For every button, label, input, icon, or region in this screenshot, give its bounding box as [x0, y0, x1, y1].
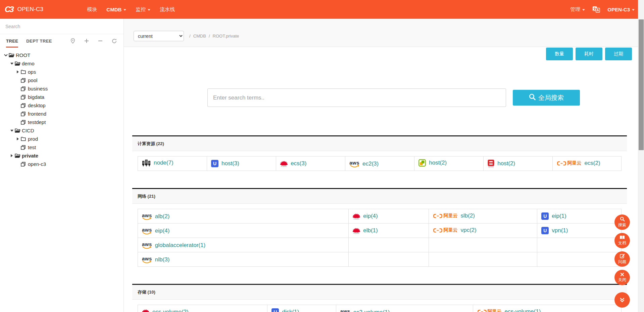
resource-label: host(2)	[429, 160, 447, 166]
resource-table: awsalb(2)HUAWEIeip(4)阿里云slb(2)Ueip(1)aws…	[138, 209, 622, 267]
card-body: node(7)Uhost(3)HUAWEIecs(3)awsec2(3)host…	[132, 151, 627, 180]
sidebar-search-input[interactable]	[0, 19, 123, 34]
tree-node-bigdata[interactable]: bigdata	[0, 93, 123, 101]
aws-icon: aws	[142, 227, 152, 235]
refresh-icon[interactable]	[112, 39, 117, 44]
tree-node-demo[interactable]: demo	[0, 59, 123, 68]
tab-dept-tree[interactable]: DEPT TREE	[26, 34, 52, 48]
tree-node-cicd[interactable]: CICD	[0, 126, 123, 135]
pages-icon	[21, 95, 27, 100]
chevron-down-icon[interactable]	[3, 54, 9, 57]
tree-node-prod[interactable]: prod	[0, 135, 123, 143]
nav-item-modules[interactable]: 模块	[87, 6, 97, 13]
toolbar-button-count[interactable]: 数量	[546, 48, 573, 60]
resource-card: 存储 (10)HUAWEIecs-volume(2)Udisk(1)awsec2…	[132, 284, 627, 312]
tree-node-desktop[interactable]: desktop	[0, 101, 123, 110]
fab-collapse[interactable]	[614, 292, 630, 308]
resource-link[interactable]: awsnlb(3)	[142, 256, 169, 263]
tree-node-testdept[interactable]: testdept	[0, 118, 123, 126]
tri-right-icon[interactable]	[15, 70, 21, 73]
resource-link[interactable]: awseip(4)	[142, 227, 169, 235]
locate-icon[interactable]	[70, 38, 75, 44]
plus-icon[interactable]	[84, 39, 89, 43]
minus-icon[interactable]	[98, 39, 103, 43]
nav-item-pipeline[interactable]: 流水线	[160, 6, 175, 13]
resource-cell: awsec2(3)	[345, 157, 414, 171]
resource-link[interactable]: 阿里云ecs(2)	[557, 160, 600, 167]
resource-link[interactable]: awsec2(3)	[349, 160, 379, 168]
resource-link[interactable]: Udisk(1)	[271, 308, 299, 312]
breadcrumb: / CMDB / ROOT.private	[189, 34, 239, 39]
translate-icon[interactable]: 文A	[592, 6, 600, 13]
fab-close[interactable]: 关闭	[614, 270, 630, 285]
resource-link[interactable]: openstackhost(2)	[488, 160, 515, 168]
header-band: current / CMDB / ROOT.private	[123, 19, 638, 47]
huawei-icon: HUAWEI	[142, 309, 149, 312]
aws-icon: aws	[349, 160, 359, 168]
resource-link[interactable]: 阿里云vpc(2)	[433, 227, 476, 234]
nav-item-monitor[interactable]: 监控	[136, 6, 150, 13]
tree-node-ops[interactable]: ops	[0, 68, 123, 76]
resource-link[interactable]: 阿里云slb(2)	[433, 212, 475, 219]
tree-node-root[interactable]: ROOT	[0, 51, 123, 59]
resource-cell: Uvpn(1)	[537, 224, 622, 238]
tree-node-business[interactable]: business	[0, 84, 123, 93]
tri-right-icon[interactable]	[15, 137, 21, 140]
version-select[interactable]: current	[134, 31, 184, 41]
resource-link[interactable]: awsglobalaccelerator(1)	[142, 242, 205, 249]
tree-node-frontend[interactable]: frontend	[0, 110, 123, 118]
card-body: HUAWEIecs-volume(2)Udisk(1)awsec2-volume…	[132, 300, 627, 312]
pages-icon	[21, 162, 27, 167]
tree-node-pool[interactable]: pool	[0, 76, 123, 84]
nav-item-label: 模块	[87, 6, 97, 13]
resource-link[interactable]: node(7)	[142, 159, 174, 167]
top-navbar: C3 OPEN-C3 模块CMDB监控流水线 管理 文A OPEN-C3	[0, 0, 644, 19]
empty-cell	[349, 238, 429, 252]
fab-search[interactable]: 搜索	[614, 214, 630, 230]
tree-node-label: frontend	[28, 111, 46, 117]
resource-link[interactable]: HUAWEIecs-volume(2)	[142, 309, 189, 312]
nav-item-account[interactable]: OPEN-C3	[607, 7, 635, 12]
tree-node-open-c3[interactable]: open-c3	[0, 160, 123, 168]
scrollbar-thumb[interactable]	[639, 19, 644, 150]
resource-cell: HUAWEIecs(3)	[276, 157, 345, 171]
open-c3-logo-icon: C3	[5, 5, 14, 14]
resource-cell: 阿里云slb(2)	[429, 209, 537, 224]
aws-icon: aws	[142, 256, 152, 263]
resource-link[interactable]: awsec2-volume(1)	[340, 309, 390, 312]
resource-cards: 计算资源 (22)node(7)Uhost(3)HUAWEIecs(3)awse…	[123, 135, 638, 312]
toolbar-button-cost[interactable]: 耗时	[576, 48, 602, 60]
resource-link[interactable]: Uhost(3)	[211, 160, 239, 167]
breadcrumb-separator: /	[189, 34, 191, 39]
folder-open-icon	[15, 153, 21, 158]
resource-link[interactable]: Uvpn(1)	[541, 227, 568, 234]
page-scrollbar[interactable]	[638, 0, 644, 312]
breadcrumb-cmdb[interactable]: CMDB	[193, 34, 206, 39]
resource-link[interactable]: HUAWEIelb(1)	[353, 227, 378, 234]
tri-right-icon[interactable]	[9, 154, 15, 157]
tree-node-test[interactable]: test	[0, 143, 123, 151]
tree-node-private[interactable]: private	[0, 151, 123, 160]
global-search-input[interactable]	[207, 88, 506, 107]
resource-link[interactable]: 阿里云ecs-volume(1)	[477, 308, 541, 312]
tri-down-icon[interactable]	[9, 63, 15, 65]
fab-docs[interactable]: 文档	[614, 233, 630, 248]
nav-item-label: CMDB	[106, 7, 121, 12]
resource-link[interactable]: awsalb(2)	[142, 213, 169, 220]
fab-issue[interactable]: 问题	[614, 251, 630, 267]
nav-item-manage[interactable]: 管理	[570, 6, 585, 13]
tab-tree[interactable]: TREE	[6, 34, 18, 48]
global-search-button[interactable]: 全局搜索	[513, 90, 580, 106]
resource-link[interactable]: HUAWEIeip(4)	[353, 213, 378, 220]
empty-cell	[349, 252, 429, 267]
nav-item-cmdb[interactable]: CMDB	[106, 7, 126, 12]
resource-link[interactable]: Ueip(1)	[541, 212, 566, 220]
toolbar-button-expire[interactable]: 过期	[605, 48, 632, 60]
huawei-icon: HUAWEI	[353, 227, 360, 234]
resource-label: vpc(2)	[460, 227, 476, 234]
resource-label: ecs(2)	[584, 160, 600, 167]
resource-link[interactable]: HUAWEIecs(3)	[280, 160, 306, 167]
brand[interactable]: C3 OPEN-C3	[5, 5, 43, 14]
resource-link[interactable]: host(2)	[418, 159, 447, 167]
tri-down-icon[interactable]	[9, 130, 15, 132]
